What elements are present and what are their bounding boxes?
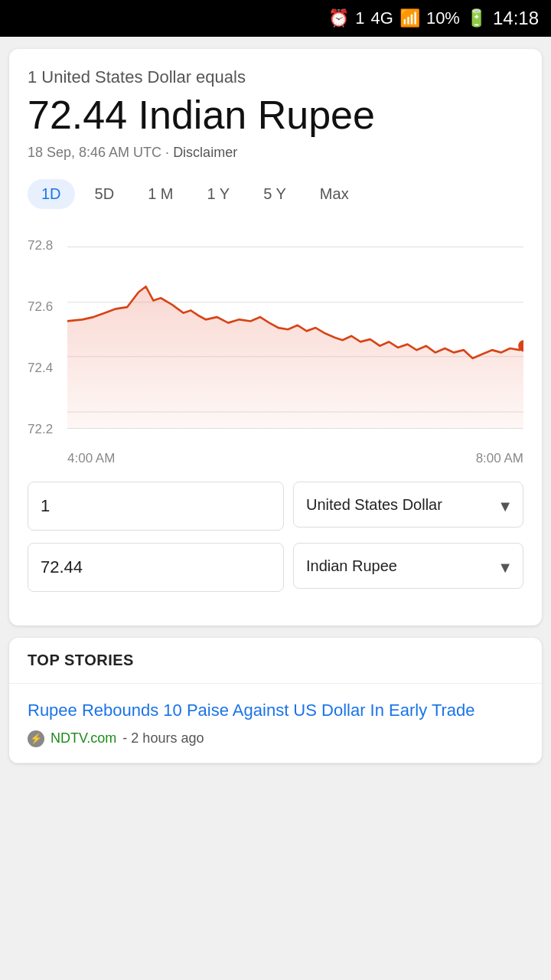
converted-amount-input[interactable] <box>28 543 284 592</box>
tab-1y[interactable]: 1 Y <box>194 179 244 209</box>
from-currency-wrap: United States Dollar Euro British Pound … <box>293 482 523 531</box>
story-source: NDTV.com <box>51 730 116 746</box>
status-bar: ⏰ 1 4G 📶 10% 🔋 14:18 <box>0 0 551 37</box>
to-currency-select[interactable]: Indian Rupee Euro British Pound Japanese… <box>293 543 523 589</box>
tab-5d[interactable]: 5D <box>81 179 129 209</box>
conversion-subtitle: 1 United States Dollar equals <box>28 67 523 87</box>
tab-1m[interactable]: 1 M <box>134 179 187 209</box>
chart-svg-container <box>67 230 523 445</box>
tab-max[interactable]: Max <box>306 179 363 209</box>
amount-input[interactable] <box>28 482 284 531</box>
currency-converter: United States Dollar Euro British Pound … <box>28 482 523 592</box>
battery-icon: 🔋 <box>466 8 487 28</box>
status-time: 14:18 <box>493 8 539 29</box>
time-range-tabs: 1D 5D 1 M 1 Y 5 Y Max <box>28 179 523 209</box>
currency-card: 1 United States Dollar equals 72.44 Indi… <box>9 49 542 626</box>
network-icon: 4G <box>371 8 393 28</box>
story-time: - 2 hours ago <box>122 730 204 746</box>
price-chart: 72.8 72.6 72.4 72.2 <box>28 230 523 445</box>
story-item: Rupee Rebounds 10 Paise Against US Dolla… <box>9 684 542 763</box>
sim-icon: 1 <box>355 8 364 28</box>
tab-5y[interactable]: 5 Y <box>249 179 300 209</box>
timestamp: 18 Sep, 8:46 AM UTC · Disclaimer <box>28 145 523 161</box>
main-rate: 72.44 Indian Rupee <box>28 93 523 137</box>
top-stories-card: TOP STORIES Rupee Rebounds 10 Paise Agai… <box>9 638 542 763</box>
chart-x-labels: 4:00 AM 8:00 AM <box>28 451 523 466</box>
converter-row-1: United States Dollar Euro British Pound … <box>28 482 523 531</box>
to-currency-wrap: Indian Rupee Euro British Pound Japanese… <box>293 543 523 592</box>
story-title[interactable]: Rupee Rebounds 10 Paise Against US Dolla… <box>28 699 523 723</box>
disclaimer-link[interactable]: Disclaimer <box>173 145 237 160</box>
from-currency-select[interactable]: United States Dollar Euro British Pound … <box>293 482 523 528</box>
top-stories-header: TOP STORIES <box>9 638 542 684</box>
chart-y-labels: 72.8 72.6 72.4 72.2 <box>28 230 64 445</box>
signal-icon: 📶 <box>399 8 420 28</box>
story-meta: ⚡ NDTV.com - 2 hours ago <box>28 730 523 747</box>
tab-1d[interactable]: 1D <box>28 179 75 209</box>
battery-percent: 10% <box>426 8 460 28</box>
ndtv-icon: ⚡ <box>28 730 44 747</box>
alarm-icon: ⏰ <box>328 8 349 28</box>
converter-row-2: Indian Rupee Euro British Pound Japanese… <box>28 543 523 592</box>
